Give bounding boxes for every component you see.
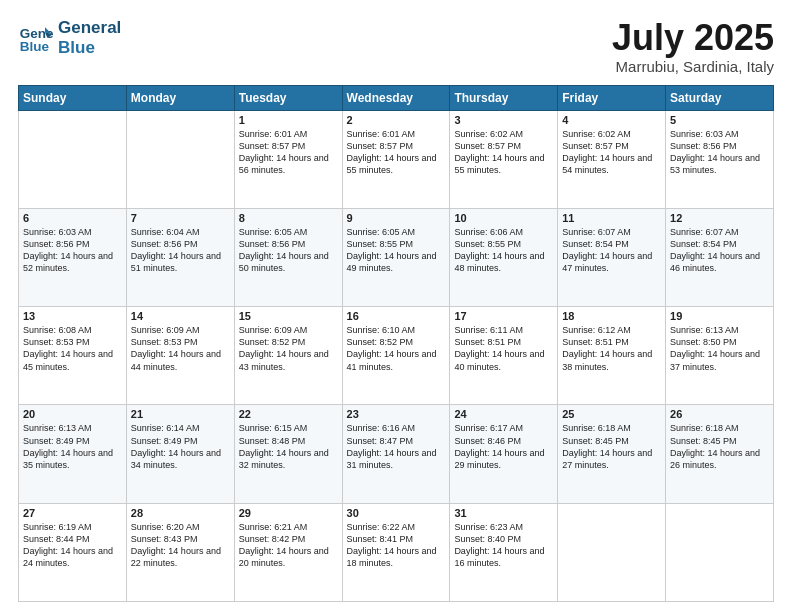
- calendar-cell: 13Sunrise: 6:08 AM Sunset: 8:53 PM Dayli…: [19, 307, 127, 405]
- logo: General Blue General Blue: [18, 18, 121, 57]
- calendar-cell: 28Sunrise: 6:20 AM Sunset: 8:43 PM Dayli…: [126, 503, 234, 601]
- week-row-5: 27Sunrise: 6:19 AM Sunset: 8:44 PM Dayli…: [19, 503, 774, 601]
- day-number: 27: [23, 507, 122, 519]
- cell-content: Sunrise: 6:02 AM Sunset: 8:57 PM Dayligh…: [454, 128, 553, 177]
- calendar-cell: 3Sunrise: 6:02 AM Sunset: 8:57 PM Daylig…: [450, 110, 558, 208]
- cell-content: Sunrise: 6:01 AM Sunset: 8:57 PM Dayligh…: [239, 128, 338, 177]
- calendar-cell: [126, 110, 234, 208]
- day-number: 3: [454, 114, 553, 126]
- calendar-cell: 26Sunrise: 6:18 AM Sunset: 8:45 PM Dayli…: [666, 405, 774, 503]
- cell-content: Sunrise: 6:23 AM Sunset: 8:40 PM Dayligh…: [454, 521, 553, 570]
- calendar-cell: 6Sunrise: 6:03 AM Sunset: 8:56 PM Daylig…: [19, 208, 127, 306]
- cell-content: Sunrise: 6:03 AM Sunset: 8:56 PM Dayligh…: [23, 226, 122, 275]
- calendar-cell: 23Sunrise: 6:16 AM Sunset: 8:47 PM Dayli…: [342, 405, 450, 503]
- day-number: 30: [347, 507, 446, 519]
- calendar-cell: 7Sunrise: 6:04 AM Sunset: 8:56 PM Daylig…: [126, 208, 234, 306]
- calendar-cell: [666, 503, 774, 601]
- cell-content: Sunrise: 6:03 AM Sunset: 8:56 PM Dayligh…: [670, 128, 769, 177]
- cell-content: Sunrise: 6:15 AM Sunset: 8:48 PM Dayligh…: [239, 422, 338, 471]
- day-number: 23: [347, 408, 446, 420]
- day-number: 11: [562, 212, 661, 224]
- weekday-header-saturday: Saturday: [666, 85, 774, 110]
- day-number: 28: [131, 507, 230, 519]
- day-number: 5: [670, 114, 769, 126]
- day-number: 14: [131, 310, 230, 322]
- calendar-cell: 11Sunrise: 6:07 AM Sunset: 8:54 PM Dayli…: [558, 208, 666, 306]
- day-number: 19: [670, 310, 769, 322]
- cell-content: Sunrise: 6:05 AM Sunset: 8:56 PM Dayligh…: [239, 226, 338, 275]
- day-number: 6: [23, 212, 122, 224]
- title-block: July 2025 Marrubiu, Sardinia, Italy: [612, 18, 774, 75]
- cell-content: Sunrise: 6:11 AM Sunset: 8:51 PM Dayligh…: [454, 324, 553, 373]
- cell-content: Sunrise: 6:18 AM Sunset: 8:45 PM Dayligh…: [562, 422, 661, 471]
- calendar-cell: 18Sunrise: 6:12 AM Sunset: 8:51 PM Dayli…: [558, 307, 666, 405]
- weekday-header-monday: Monday: [126, 85, 234, 110]
- cell-content: Sunrise: 6:02 AM Sunset: 8:57 PM Dayligh…: [562, 128, 661, 177]
- cell-content: Sunrise: 6:05 AM Sunset: 8:55 PM Dayligh…: [347, 226, 446, 275]
- cell-content: Sunrise: 6:10 AM Sunset: 8:52 PM Dayligh…: [347, 324, 446, 373]
- cell-content: Sunrise: 6:22 AM Sunset: 8:41 PM Dayligh…: [347, 521, 446, 570]
- calendar-cell: 22Sunrise: 6:15 AM Sunset: 8:48 PM Dayli…: [234, 405, 342, 503]
- day-number: 24: [454, 408, 553, 420]
- weekday-header-thursday: Thursday: [450, 85, 558, 110]
- calendar-cell: 14Sunrise: 6:09 AM Sunset: 8:53 PM Dayli…: [126, 307, 234, 405]
- cell-content: Sunrise: 6:07 AM Sunset: 8:54 PM Dayligh…: [562, 226, 661, 275]
- calendar-cell: 21Sunrise: 6:14 AM Sunset: 8:49 PM Dayli…: [126, 405, 234, 503]
- calendar-cell: 31Sunrise: 6:23 AM Sunset: 8:40 PM Dayli…: [450, 503, 558, 601]
- calendar-cell: 30Sunrise: 6:22 AM Sunset: 8:41 PM Dayli…: [342, 503, 450, 601]
- day-number: 8: [239, 212, 338, 224]
- day-number: 1: [239, 114, 338, 126]
- logo-general: General: [58, 18, 121, 38]
- weekday-header-row: SundayMondayTuesdayWednesdayThursdayFrid…: [19, 85, 774, 110]
- cell-content: Sunrise: 6:18 AM Sunset: 8:45 PM Dayligh…: [670, 422, 769, 471]
- svg-text:Blue: Blue: [20, 38, 50, 53]
- day-number: 21: [131, 408, 230, 420]
- day-number: 31: [454, 507, 553, 519]
- day-number: 12: [670, 212, 769, 224]
- calendar-cell: 19Sunrise: 6:13 AM Sunset: 8:50 PM Dayli…: [666, 307, 774, 405]
- weekday-header-friday: Friday: [558, 85, 666, 110]
- day-number: 2: [347, 114, 446, 126]
- cell-content: Sunrise: 6:17 AM Sunset: 8:46 PM Dayligh…: [454, 422, 553, 471]
- cell-content: Sunrise: 6:12 AM Sunset: 8:51 PM Dayligh…: [562, 324, 661, 373]
- cell-content: Sunrise: 6:08 AM Sunset: 8:53 PM Dayligh…: [23, 324, 122, 373]
- day-number: 18: [562, 310, 661, 322]
- calendar-cell: [19, 110, 127, 208]
- cell-content: Sunrise: 6:16 AM Sunset: 8:47 PM Dayligh…: [347, 422, 446, 471]
- logo-blue: Blue: [58, 38, 121, 58]
- week-row-3: 13Sunrise: 6:08 AM Sunset: 8:53 PM Dayli…: [19, 307, 774, 405]
- week-row-2: 6Sunrise: 6:03 AM Sunset: 8:56 PM Daylig…: [19, 208, 774, 306]
- calendar-cell: 4Sunrise: 6:02 AM Sunset: 8:57 PM Daylig…: [558, 110, 666, 208]
- cell-content: Sunrise: 6:06 AM Sunset: 8:55 PM Dayligh…: [454, 226, 553, 275]
- calendar-cell: 5Sunrise: 6:03 AM Sunset: 8:56 PM Daylig…: [666, 110, 774, 208]
- calendar-cell: 29Sunrise: 6:21 AM Sunset: 8:42 PM Dayli…: [234, 503, 342, 601]
- calendar-cell: 2Sunrise: 6:01 AM Sunset: 8:57 PM Daylig…: [342, 110, 450, 208]
- calendar-cell: 17Sunrise: 6:11 AM Sunset: 8:51 PM Dayli…: [450, 307, 558, 405]
- day-number: 17: [454, 310, 553, 322]
- calendar-cell: 9Sunrise: 6:05 AM Sunset: 8:55 PM Daylig…: [342, 208, 450, 306]
- subtitle: Marrubiu, Sardinia, Italy: [612, 58, 774, 75]
- cell-content: Sunrise: 6:20 AM Sunset: 8:43 PM Dayligh…: [131, 521, 230, 570]
- day-number: 7: [131, 212, 230, 224]
- day-number: 9: [347, 212, 446, 224]
- weekday-header-sunday: Sunday: [19, 85, 127, 110]
- header: General Blue General Blue July 2025 Marr…: [18, 18, 774, 75]
- day-number: 15: [239, 310, 338, 322]
- calendar-cell: 8Sunrise: 6:05 AM Sunset: 8:56 PM Daylig…: [234, 208, 342, 306]
- weekday-header-tuesday: Tuesday: [234, 85, 342, 110]
- calendar-cell: 1Sunrise: 6:01 AM Sunset: 8:57 PM Daylig…: [234, 110, 342, 208]
- week-row-1: 1Sunrise: 6:01 AM Sunset: 8:57 PM Daylig…: [19, 110, 774, 208]
- day-number: 22: [239, 408, 338, 420]
- calendar-cell: 25Sunrise: 6:18 AM Sunset: 8:45 PM Dayli…: [558, 405, 666, 503]
- calendar-cell: 15Sunrise: 6:09 AM Sunset: 8:52 PM Dayli…: [234, 307, 342, 405]
- main-title: July 2025: [612, 18, 774, 58]
- cell-content: Sunrise: 6:14 AM Sunset: 8:49 PM Dayligh…: [131, 422, 230, 471]
- calendar-cell: 27Sunrise: 6:19 AM Sunset: 8:44 PM Dayli…: [19, 503, 127, 601]
- day-number: 16: [347, 310, 446, 322]
- calendar-cell: 16Sunrise: 6:10 AM Sunset: 8:52 PM Dayli…: [342, 307, 450, 405]
- calendar-cell: 10Sunrise: 6:06 AM Sunset: 8:55 PM Dayli…: [450, 208, 558, 306]
- week-row-4: 20Sunrise: 6:13 AM Sunset: 8:49 PM Dayli…: [19, 405, 774, 503]
- weekday-header-wednesday: Wednesday: [342, 85, 450, 110]
- day-number: 25: [562, 408, 661, 420]
- day-number: 26: [670, 408, 769, 420]
